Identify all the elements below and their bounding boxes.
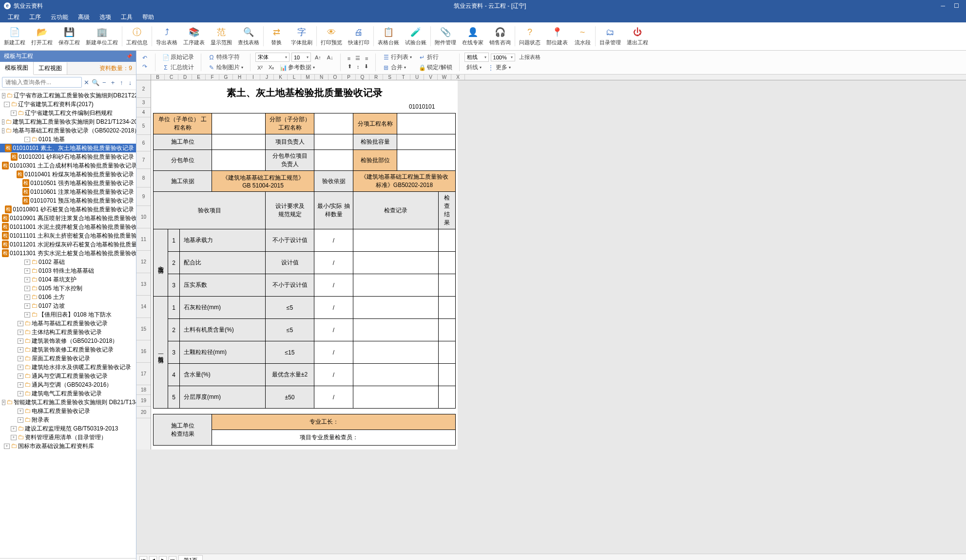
row-result[interactable] [439, 386, 456, 409]
lock-button[interactable]: 🔒锁定/解锁 [417, 63, 454, 72]
menu-工序[interactable]: 工序 [24, 13, 46, 21]
tree-node[interactable]: -🗀地基与基础工程质量验收记录（GB50202-2018） [0, 126, 136, 135]
pin-icon[interactable]: 📌 [126, 54, 132, 59]
row-header[interactable]: 20 [136, 407, 151, 418]
row-header[interactable]: 9 [136, 187, 151, 206]
col-header[interactable]: K [274, 75, 288, 80]
toggle-icon[interactable]: + [24, 260, 30, 265]
toggle-icon[interactable]: - [2, 119, 4, 125]
tree-node[interactable]: +🗀建筑装饰装修工程质量验收记录 [0, 345, 136, 354]
tool-工程信息[interactable]: ⓘ工程信息 [123, 24, 151, 48]
search-input[interactable] [2, 77, 82, 88]
tree-node[interactable]: +🗀0103 特殊土地基基础 [0, 266, 136, 275]
page-first-button[interactable]: ⏮ [139, 556, 147, 560]
tool-快速打印[interactable]: 🖨快速打印 [345, 24, 372, 48]
col-header[interactable]: E [192, 75, 206, 80]
tab-project-view[interactable]: 工程视图 [34, 62, 67, 75]
expand-icon[interactable]: + [109, 77, 117, 87]
row-header[interactable]: 2 [136, 80, 151, 98]
toggle-icon[interactable]: + [24, 312, 30, 317]
col-header[interactable]: G [219, 75, 233, 80]
valign-mid-button[interactable]: ↕ [355, 63, 362, 70]
row-header[interactable]: 4 [136, 108, 151, 117]
clear-icon[interactable]: ✕ [83, 77, 91, 87]
row-header[interactable]: 11 [136, 228, 151, 251]
tree-node[interactable]: 检01010601 注浆地基检验批质量验收记录 [0, 187, 136, 196]
tool-查找表格[interactable]: 🔍查找表格 [235, 24, 262, 48]
menu-帮助[interactable]: 帮助 [137, 13, 159, 21]
val-div[interactable] [314, 113, 353, 134]
menu-工程[interactable]: 工程 [3, 13, 24, 21]
row-record[interactable] [353, 274, 439, 297]
valign-top-button[interactable]: ⬆ [346, 63, 354, 70]
sum-stat-button[interactable]: Σ汇总统计 [160, 63, 196, 72]
tree-node[interactable]: +🗀0105 地下水控制 [0, 284, 136, 293]
col-header[interactable]: V [424, 75, 438, 80]
toggle-icon[interactable]: + [18, 373, 23, 379]
merge-button[interactable]: ⊞合并 ▾ [381, 63, 414, 72]
tool-试验台账[interactable]: 🧪试验台账 [402, 24, 429, 48]
row-record[interactable] [353, 364, 439, 386]
superscript-button[interactable]: X² [255, 63, 265, 72]
ref-data-button[interactable]: 📊参考数据 ▾ [278, 63, 317, 72]
val-subcon-mgr[interactable] [314, 150, 353, 171]
tree-node[interactable]: -🗀0101 地基 [0, 135, 136, 144]
row-header[interactable]: 6 [136, 135, 151, 151]
col-header[interactable]: M [301, 75, 315, 80]
val-constr-unit[interactable] [212, 134, 266, 150]
tree-node[interactable]: 检01011201 水泥粉煤灰碎石桩复合地基检验批质量 [0, 240, 136, 249]
align-left-button[interactable]: ≡ [346, 55, 352, 62]
tool-打印预览[interactable]: 👁打印预览 [318, 24, 345, 48]
row-result[interactable] [439, 274, 456, 297]
row-sample[interactable]: / [314, 252, 353, 274]
tool-部位建表[interactable]: 📍部位建表 [543, 24, 571, 48]
tree-node[interactable]: -🗀建筑工程施工质量验收实施细则 DB21/T1234-2017 [0, 117, 136, 126]
tree-node[interactable]: +🗀屋面工程质量验收记录 [0, 354, 136, 363]
tool-目录管理[interactable]: 🗂目录管理 [597, 24, 624, 48]
toggle-icon[interactable]: + [18, 382, 23, 388]
toggle-icon[interactable]: + [11, 426, 17, 431]
tree-node[interactable]: +🗀通风与空调工程质量验收记录 [0, 372, 136, 380]
tool-打开工程[interactable]: 📂打开工程 [28, 24, 56, 48]
thin-line-button[interactable]: 斜线 ▾ [464, 63, 483, 72]
search-icon[interactable]: 🔍 [92, 77, 99, 87]
tree-node[interactable]: +🗀主体结构工程质量验收记录 [0, 328, 136, 336]
tree-node[interactable]: 检01010901 高压喷射注浆复合地基检验批质量验收 [0, 214, 136, 223]
row-header[interactable]: 16 [136, 340, 151, 363]
size-select[interactable]: 10 [291, 53, 311, 62]
scale-select[interactable]: 100% [491, 54, 515, 61]
draw-pic-button[interactable]: ✎绘制图片 ▾ [206, 63, 245, 72]
row-sample[interactable]: / [314, 341, 353, 364]
col-header[interactable]: J [260, 75, 274, 80]
tree-node[interactable]: -🗀辽宁省建筑工程资料库(2017) [0, 100, 136, 109]
col-header[interactable]: F [206, 75, 219, 80]
maximize-button[interactable]: ☐ [950, 2, 962, 9]
toggle-icon[interactable]: - [2, 128, 4, 133]
tool-显示范围[interactable]: 范显示范围 [208, 24, 235, 48]
col-header[interactable]: P [342, 75, 356, 80]
page-next-button[interactable]: ▶ [159, 556, 167, 560]
val-unit[interactable] [212, 113, 266, 134]
tree-node[interactable]: +🗀辽宁省建筑工程文件编制归档规程 [0, 109, 136, 117]
val-subitem[interactable] [397, 113, 456, 134]
col-header[interactable]: H [233, 75, 247, 80]
val-batch-loc[interactable] [397, 150, 456, 171]
row-result[interactable] [439, 297, 456, 319]
special-char-button[interactable]: Ω特殊字符 [206, 53, 245, 62]
tree-node[interactable]: 检01010701 预压地基检验批质量验收记录 [0, 196, 136, 205]
toggle-icon[interactable]: + [18, 330, 23, 335]
col-header[interactable]: S [383, 75, 397, 80]
row-sample[interactable]: / [314, 386, 353, 409]
tree-node[interactable]: 检01010401 粉煤灰地基检验批质量验收记录 [0, 170, 136, 179]
more-button[interactable]: ⋮更多 ▾ [485, 63, 513, 72]
toggle-icon[interactable]: + [2, 400, 5, 405]
tree-node[interactable]: +🗀辽宁省市政工程施工质量验收实施细则DB21T2295-2014 [0, 91, 136, 100]
font-select[interactable]: 宋体 [255, 53, 290, 62]
tool-工序建表[interactable]: 📚工序建表 [180, 24, 208, 48]
toggle-icon[interactable]: + [18, 338, 23, 344]
col-header[interactable]: U [410, 75, 424, 80]
prev-icon[interactable]: ↑ [117, 77, 125, 87]
align-center-button[interactable]: ☰ [353, 55, 362, 62]
toggle-icon[interactable]: + [18, 365, 23, 370]
subscript-button[interactable]: X₂ [267, 63, 276, 72]
